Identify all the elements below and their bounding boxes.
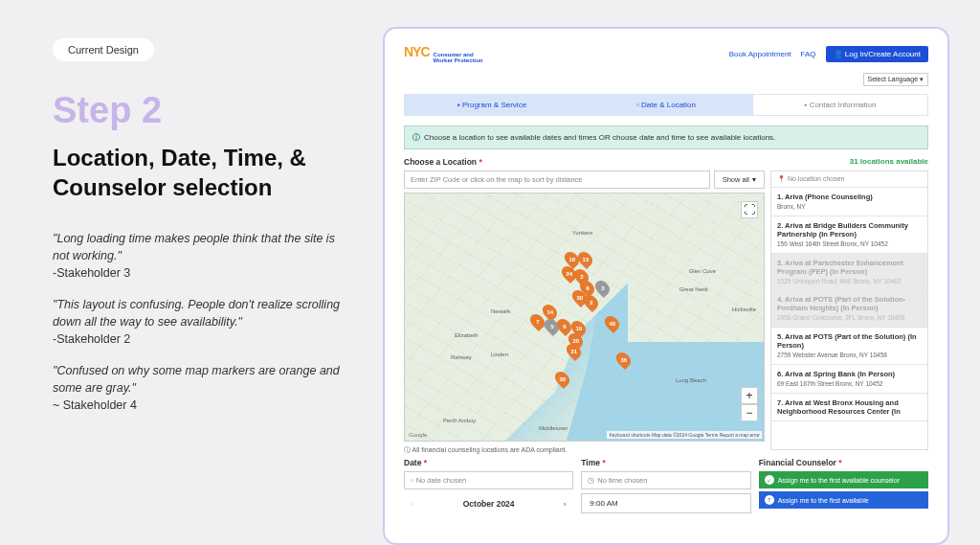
date-label: Date * [404, 458, 573, 467]
calendar-icon: ▫ [411, 476, 413, 485]
location-item-3: 3. Ariva at Parkchester Enhancement Prog… [771, 254, 927, 291]
language-select[interactable]: Select Language ▾ [863, 73, 929, 86]
time-input[interactable]: ◷ No time chosen [581, 471, 750, 489]
step-program[interactable]: ▪ Program & Service [405, 95, 579, 115]
show-all-dropdown[interactable]: Show all▾ [714, 170, 765, 189]
logo-main: NYC [404, 44, 430, 59]
info-icon: ⓘ [412, 132, 420, 143]
location-item-6[interactable]: 6. Ariva at Spring Bank (In Person) 69 E… [771, 365, 927, 394]
check-icon: ✓ [765, 475, 774, 485]
nyc-logo: NYC Consumer and Worker Protection [404, 44, 482, 63]
time-slot-900[interactable]: 9:00 AM [581, 493, 750, 513]
zoom-out-button[interactable]: − [741, 404, 758, 421]
zoom-in-button[interactable]: + [741, 387, 758, 404]
map[interactable]: Yonkers Newark New York Elizabeth Glen C… [404, 193, 765, 442]
location-list[interactable]: 📍 No location chosen 1. Ariva (Phone Cou… [770, 170, 928, 450]
quote-2-by: -Stakeholder 2 [53, 332, 354, 346]
location-item-2[interactable]: 2. Ariva at Bridge Builders Community Pa… [771, 216, 927, 254]
faq-link[interactable]: FAQ [801, 50, 816, 58]
clock-icon: ◷ [588, 476, 594, 485]
counselor-first-available[interactable]: ✓Assign me to the first available counse… [759, 471, 928, 488]
info-banner: ⓘ Choose a location to see available dat… [404, 125, 928, 149]
chevron-down-icon: ▾ [752, 175, 756, 184]
location-item-5[interactable]: 5. Ariva at POTS (Part of the Solution) … [771, 328, 927, 365]
book-appointment-link[interactable]: Book Appointment [729, 50, 791, 58]
next-month-button[interactable]: › [564, 500, 567, 509]
ada-note: ⓘ All financial counseling locations are… [404, 445, 765, 455]
counselor-help[interactable]: ?Assign me to the first available [759, 491, 928, 509]
fullscreen-icon[interactable]: ⛶ [741, 201, 758, 218]
location-item-4: 4. Ariva at POTS (Part of the Solution- … [771, 290, 927, 328]
app-screenshot: NYC Consumer and Worker Protection Book … [383, 27, 949, 545]
step-date-location[interactable]: ▫ Date & Location [579, 95, 753, 115]
locations-count: 31 locations available [850, 157, 928, 167]
no-location-chosen: 📍 No location chosen [771, 171, 927, 188]
quote-3: "Confused on why some map markers are or… [53, 363, 354, 397]
choose-location-label: Choose a Location * [404, 157, 482, 167]
calendar-month: October 2024 [463, 499, 515, 509]
time-label: Time * [581, 458, 750, 467]
prev-month-button[interactable]: ‹ [412, 500, 414, 509]
question-icon: ? [765, 495, 774, 505]
quote-2: "This layout is confusing. People don't … [53, 297, 354, 330]
calendar-header: ‹ October 2024 › [404, 493, 573, 514]
quote-1: "Long loading time makes people think th… [53, 231, 354, 264]
date-input[interactable]: ▫ No date chosen [404, 471, 573, 489]
progress-bar: ▪ Program & Service ▫ Date & Location ▪ … [404, 94, 928, 116]
quote-3-by: ~ Stakeholder 4 [53, 398, 354, 412]
google-logo: Google [409, 432, 427, 438]
design-badge: Current Design [53, 38, 154, 61]
step-title: Location, Date, Time, & Counselor select… [53, 143, 354, 202]
login-button[interactable]: 👤 Log In/Create Account [826, 46, 928, 62]
map-attribution: Keyboard shortcuts Map data ©2024 Google… [607, 431, 762, 439]
user-icon: 👤 [834, 50, 843, 58]
location-item-7[interactable]: 7. Ariva at West Bronx Housing and Neigh… [771, 394, 927, 421]
location-item-1[interactable]: 1. Ariva (Phone Counseling) Bronx, NY [771, 188, 927, 216]
step-number: Step 2 [53, 90, 354, 131]
step-contact[interactable]: ▪ Contact Information [753, 95, 927, 115]
quote-1-by: -Stakeholder 3 [53, 266, 354, 280]
zip-input[interactable]: Enter ZIP Code or click on the map to so… [404, 170, 710, 189]
counselor-label: Financial Counselor * [759, 458, 928, 467]
